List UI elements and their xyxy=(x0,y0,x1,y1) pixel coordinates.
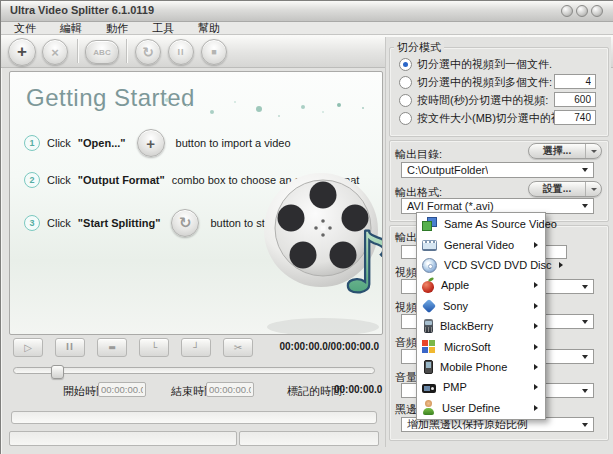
toolbar-separator xyxy=(77,39,79,63)
submenu-arrow-icon xyxy=(534,344,538,350)
open-button-illustration[interactable]: + xyxy=(137,129,165,157)
film-frames-icon xyxy=(422,217,437,232)
split-size-mb-input[interactable] xyxy=(554,110,596,125)
disc-icon xyxy=(422,258,437,273)
title-bar[interactable]: Ultra Video Splitter 6.1.0119 xyxy=(1,1,613,22)
submenu-arrow-icon xyxy=(534,384,538,390)
end-time-input[interactable] xyxy=(206,382,254,397)
playback-time-display: 00:00:00.0/00:00:00.0 xyxy=(269,341,379,352)
dropdown-arrow-icon xyxy=(582,285,588,289)
mark-end-button[interactable]: ┘ xyxy=(181,338,211,357)
chevron-down-icon xyxy=(591,188,597,191)
step-1-text-strong: "Open..." xyxy=(78,137,126,149)
cut-button[interactable]: ✂ xyxy=(223,338,253,357)
slider-track[interactable] xyxy=(13,367,375,374)
split-mode-option-by-time[interactable]: 按時間(秒)分切選中的視頻: xyxy=(399,93,548,108)
step-2-text-strong: "Output Format" xyxy=(78,174,165,186)
step-2-text-pre: Click xyxy=(47,174,71,186)
format-menu-item-blackberry[interactable]: BlackBerry xyxy=(418,316,544,336)
minimize-button[interactable] xyxy=(561,5,573,17)
getting-started-panel: Getting Started 1 Click "Open..." + butt… xyxy=(9,71,383,335)
split-seconds-input[interactable] xyxy=(554,92,596,107)
format-menu-item-same-as-source[interactable]: Same As Source Video xyxy=(418,214,544,234)
remove-button[interactable]: × xyxy=(42,39,68,65)
output-directory-label: 輸出目錄: xyxy=(395,147,442,162)
black-edge-label: 黑邊 xyxy=(395,402,417,417)
step-3-number: 3 xyxy=(24,215,40,231)
dropdown-arrow-icon xyxy=(582,320,588,324)
radio-icon[interactable] xyxy=(399,112,412,125)
start-split-button[interactable]: ↻ xyxy=(135,39,161,65)
mark-start-button[interactable]: └ xyxy=(139,338,169,357)
split-mode-option-single-file[interactable]: 切分選中的視頻到一個文件. xyxy=(399,57,552,72)
sony-diamond-icon xyxy=(422,299,436,313)
chevron-down-icon xyxy=(591,150,597,153)
radio-icon[interactable] xyxy=(399,94,412,107)
decorative-dots xyxy=(165,98,169,102)
radio-selected-icon[interactable] xyxy=(399,58,412,71)
dropdown-arrow-icon xyxy=(582,168,588,172)
menu-tools[interactable]: 工具 xyxy=(152,22,174,35)
rename-button[interactable]: ABC xyxy=(85,40,119,64)
stop-icon: ▬ xyxy=(108,344,116,352)
output-directory-combo[interactable]: C:\OutputFolder\ xyxy=(401,162,594,178)
step-1-text-pre: Click xyxy=(47,137,71,149)
step-3-text-strong: "Start Splitting" xyxy=(78,217,161,229)
submenu-arrow-icon xyxy=(534,242,538,248)
format-menu-item-apple[interactable]: Apple xyxy=(418,275,544,295)
step-1-number: 1 xyxy=(24,135,40,151)
output-format-menu: Same As Source Video General Video VCD S… xyxy=(416,212,546,420)
marked-time-value: 00:00:00.0 xyxy=(334,384,382,395)
format-menu-item-general-video[interactable]: General Video xyxy=(418,234,544,254)
audio-setting-label: 音頻 xyxy=(395,335,417,350)
menu-action[interactable]: 動作 xyxy=(106,22,128,35)
progress-bar xyxy=(11,411,377,424)
format-settings-button[interactable]: 設置... xyxy=(528,181,602,197)
format-menu-item-user-define[interactable]: User Define xyxy=(418,398,544,418)
mobile-phone-icon xyxy=(424,360,433,374)
film-reel-graphic: ♪ xyxy=(248,164,383,335)
start-time-input[interactable] xyxy=(98,382,146,397)
dropdown-arrow-icon xyxy=(582,423,588,427)
mark-end-icon: ┘ xyxy=(193,343,199,353)
radio-icon[interactable] xyxy=(399,76,412,89)
status-bar xyxy=(9,431,379,446)
split-button-illustration[interactable]: ↻ xyxy=(171,209,199,237)
slider-handle[interactable] xyxy=(51,365,64,379)
choose-directory-dropdown[interactable] xyxy=(585,144,601,158)
pause-button[interactable]: II xyxy=(168,39,194,65)
stop-button[interactable]: ▬ xyxy=(97,338,127,357)
mark-start-icon: └ xyxy=(151,343,157,353)
format-menu-item-sony[interactable]: Sony xyxy=(418,296,544,316)
choose-directory-button[interactable]: 選擇... xyxy=(528,143,602,159)
menu-edit[interactable]: 編輯 xyxy=(60,22,82,35)
submenu-arrow-icon xyxy=(534,282,538,288)
output-size-label: 輸出 xyxy=(395,230,417,245)
menu-file[interactable]: 文件 xyxy=(14,22,36,35)
format-menu-item-pmp[interactable]: PMP xyxy=(418,377,544,397)
stop-button[interactable]: ■ xyxy=(201,39,227,65)
split-mode-option-by-size[interactable]: 按文件大小(MB)切分選中的視頻: xyxy=(399,111,576,126)
getting-started-title: Getting Started xyxy=(26,84,195,112)
format-settings-dropdown[interactable] xyxy=(585,182,601,196)
seek-slider[interactable] xyxy=(13,365,375,377)
format-menu-item-microsoft[interactable]: MicroSoft xyxy=(418,336,544,356)
format-menu-item-vcd-svcd-dvd[interactable]: VCD SVCD DVD Disc xyxy=(418,255,544,275)
play-button[interactable]: ▷ xyxy=(13,338,43,357)
close-button[interactable] xyxy=(591,5,603,17)
menu-help[interactable]: 幫助 xyxy=(198,22,220,35)
toolbar-separator xyxy=(126,39,128,63)
split-mode-option-multi-file[interactable]: 切分選中的視頻到多個文件: xyxy=(399,75,552,90)
dropdown-arrow-icon xyxy=(582,389,588,393)
submenu-arrow-icon xyxy=(534,303,538,309)
pause-button[interactable]: II xyxy=(55,338,85,357)
stop-icon: ■ xyxy=(211,47,216,57)
dropdown-arrow-icon xyxy=(582,355,588,359)
open-button[interactable]: + xyxy=(8,38,36,66)
submenu-arrow-icon xyxy=(534,405,538,411)
step-1-text-post: button to import a video xyxy=(176,137,291,149)
multi-file-count-input[interactable] xyxy=(554,74,596,89)
format-menu-item-mobile-phone[interactable]: Mobile Phone xyxy=(418,357,544,377)
media-player-icon xyxy=(422,384,436,393)
maximize-button[interactable] xyxy=(576,5,588,17)
